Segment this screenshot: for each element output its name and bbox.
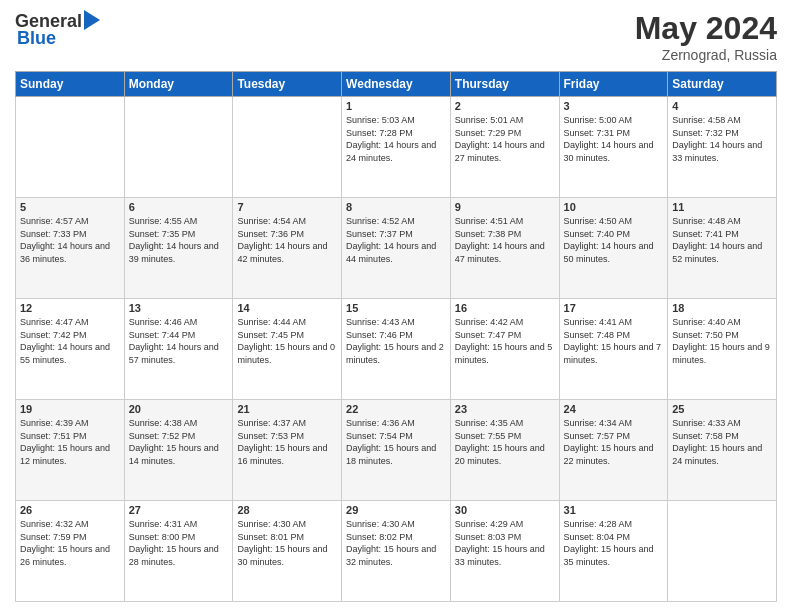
day-info: Sunrise: 4:30 AMSunset: 8:02 PMDaylight:…	[346, 518, 446, 568]
day-number: 2	[455, 100, 555, 112]
logo-triangle-icon	[84, 10, 100, 34]
calendar-cell	[668, 501, 777, 602]
week-row-4: 19Sunrise: 4:39 AMSunset: 7:51 PMDayligh…	[16, 400, 777, 501]
day-number: 17	[564, 302, 664, 314]
day-number: 27	[129, 504, 229, 516]
col-friday: Friday	[559, 72, 668, 97]
calendar-cell: 18Sunrise: 4:40 AMSunset: 7:50 PMDayligh…	[668, 299, 777, 400]
calendar-cell: 5Sunrise: 4:57 AMSunset: 7:33 PMDaylight…	[16, 198, 125, 299]
day-number: 26	[20, 504, 120, 516]
page: General Blue May 2024 Zernograd, Russia …	[0, 0, 792, 612]
calendar-cell: 22Sunrise: 4:36 AMSunset: 7:54 PMDayligh…	[342, 400, 451, 501]
day-info: Sunrise: 4:37 AMSunset: 7:53 PMDaylight:…	[237, 417, 337, 467]
day-number: 28	[237, 504, 337, 516]
day-info: Sunrise: 4:47 AMSunset: 7:42 PMDaylight:…	[20, 316, 120, 366]
calendar-cell: 20Sunrise: 4:38 AMSunset: 7:52 PMDayligh…	[124, 400, 233, 501]
day-number: 29	[346, 504, 446, 516]
day-info: Sunrise: 5:01 AMSunset: 7:29 PMDaylight:…	[455, 114, 555, 164]
calendar-title: May 2024	[635, 10, 777, 47]
day-info: Sunrise: 5:00 AMSunset: 7:31 PMDaylight:…	[564, 114, 664, 164]
day-number: 5	[20, 201, 120, 213]
week-row-2: 5Sunrise: 4:57 AMSunset: 7:33 PMDaylight…	[16, 198, 777, 299]
week-row-1: 1Sunrise: 5:03 AMSunset: 7:28 PMDaylight…	[16, 97, 777, 198]
calendar-cell: 3Sunrise: 5:00 AMSunset: 7:31 PMDaylight…	[559, 97, 668, 198]
day-number: 21	[237, 403, 337, 415]
day-number: 23	[455, 403, 555, 415]
day-number: 4	[672, 100, 772, 112]
calendar-table: Sunday Monday Tuesday Wednesday Thursday…	[15, 71, 777, 602]
col-saturday: Saturday	[668, 72, 777, 97]
day-number: 25	[672, 403, 772, 415]
calendar-cell: 10Sunrise: 4:50 AMSunset: 7:40 PMDayligh…	[559, 198, 668, 299]
calendar-cell	[16, 97, 125, 198]
day-number: 13	[129, 302, 229, 314]
calendar-cell	[124, 97, 233, 198]
calendar-cell: 31Sunrise: 4:28 AMSunset: 8:04 PMDayligh…	[559, 501, 668, 602]
day-number: 8	[346, 201, 446, 213]
calendar-cell: 8Sunrise: 4:52 AMSunset: 7:37 PMDaylight…	[342, 198, 451, 299]
day-number: 24	[564, 403, 664, 415]
day-number: 10	[564, 201, 664, 213]
calendar-cell: 30Sunrise: 4:29 AMSunset: 8:03 PMDayligh…	[450, 501, 559, 602]
calendar-cell: 14Sunrise: 4:44 AMSunset: 7:45 PMDayligh…	[233, 299, 342, 400]
day-info: Sunrise: 4:54 AMSunset: 7:36 PMDaylight:…	[237, 215, 337, 265]
calendar-cell: 1Sunrise: 5:03 AMSunset: 7:28 PMDaylight…	[342, 97, 451, 198]
day-number: 14	[237, 302, 337, 314]
day-number: 19	[20, 403, 120, 415]
day-info: Sunrise: 4:39 AMSunset: 7:51 PMDaylight:…	[20, 417, 120, 467]
day-info: Sunrise: 4:42 AMSunset: 7:47 PMDaylight:…	[455, 316, 555, 366]
day-info: Sunrise: 4:32 AMSunset: 7:59 PMDaylight:…	[20, 518, 120, 568]
day-info: Sunrise: 4:29 AMSunset: 8:03 PMDaylight:…	[455, 518, 555, 568]
calendar-cell: 16Sunrise: 4:42 AMSunset: 7:47 PMDayligh…	[450, 299, 559, 400]
calendar-cell: 13Sunrise: 4:46 AMSunset: 7:44 PMDayligh…	[124, 299, 233, 400]
logo-blue-text: Blue	[17, 28, 56, 49]
day-number: 12	[20, 302, 120, 314]
day-number: 11	[672, 201, 772, 213]
day-info: Sunrise: 4:30 AMSunset: 8:01 PMDaylight:…	[237, 518, 337, 568]
day-info: Sunrise: 4:34 AMSunset: 7:57 PMDaylight:…	[564, 417, 664, 467]
day-info: Sunrise: 4:55 AMSunset: 7:35 PMDaylight:…	[129, 215, 229, 265]
calendar-cell: 2Sunrise: 5:01 AMSunset: 7:29 PMDaylight…	[450, 97, 559, 198]
calendar-cell: 17Sunrise: 4:41 AMSunset: 7:48 PMDayligh…	[559, 299, 668, 400]
day-info: Sunrise: 4:50 AMSunset: 7:40 PMDaylight:…	[564, 215, 664, 265]
day-number: 1	[346, 100, 446, 112]
day-info: Sunrise: 4:46 AMSunset: 7:44 PMDaylight:…	[129, 316, 229, 366]
day-number: 9	[455, 201, 555, 213]
day-info: Sunrise: 4:52 AMSunset: 7:37 PMDaylight:…	[346, 215, 446, 265]
col-monday: Monday	[124, 72, 233, 97]
calendar-cell: 26Sunrise: 4:32 AMSunset: 7:59 PMDayligh…	[16, 501, 125, 602]
calendar-cell: 28Sunrise: 4:30 AMSunset: 8:01 PMDayligh…	[233, 501, 342, 602]
day-info: Sunrise: 4:36 AMSunset: 7:54 PMDaylight:…	[346, 417, 446, 467]
day-info: Sunrise: 4:35 AMSunset: 7:55 PMDaylight:…	[455, 417, 555, 467]
day-info: Sunrise: 4:48 AMSunset: 7:41 PMDaylight:…	[672, 215, 772, 265]
calendar-cell: 9Sunrise: 4:51 AMSunset: 7:38 PMDaylight…	[450, 198, 559, 299]
col-tuesday: Tuesday	[233, 72, 342, 97]
calendar-cell: 23Sunrise: 4:35 AMSunset: 7:55 PMDayligh…	[450, 400, 559, 501]
calendar-cell: 11Sunrise: 4:48 AMSunset: 7:41 PMDayligh…	[668, 198, 777, 299]
day-number: 6	[129, 201, 229, 213]
day-number: 30	[455, 504, 555, 516]
calendar-cell: 19Sunrise: 4:39 AMSunset: 7:51 PMDayligh…	[16, 400, 125, 501]
day-info: Sunrise: 4:31 AMSunset: 8:00 PMDaylight:…	[129, 518, 229, 568]
day-number: 20	[129, 403, 229, 415]
day-number: 15	[346, 302, 446, 314]
day-number: 31	[564, 504, 664, 516]
day-number: 16	[455, 302, 555, 314]
day-info: Sunrise: 4:38 AMSunset: 7:52 PMDaylight:…	[129, 417, 229, 467]
title-block: May 2024 Zernograd, Russia	[635, 10, 777, 63]
week-row-5: 26Sunrise: 4:32 AMSunset: 7:59 PMDayligh…	[16, 501, 777, 602]
day-number: 18	[672, 302, 772, 314]
logo: General Blue	[15, 10, 100, 49]
day-info: Sunrise: 4:44 AMSunset: 7:45 PMDaylight:…	[237, 316, 337, 366]
day-info: Sunrise: 4:43 AMSunset: 7:46 PMDaylight:…	[346, 316, 446, 366]
day-info: Sunrise: 4:40 AMSunset: 7:50 PMDaylight:…	[672, 316, 772, 366]
week-row-3: 12Sunrise: 4:47 AMSunset: 7:42 PMDayligh…	[16, 299, 777, 400]
day-number: 7	[237, 201, 337, 213]
day-info: Sunrise: 4:33 AMSunset: 7:58 PMDaylight:…	[672, 417, 772, 467]
day-number: 3	[564, 100, 664, 112]
col-thursday: Thursday	[450, 72, 559, 97]
calendar-location: Zernograd, Russia	[635, 47, 777, 63]
calendar-cell: 24Sunrise: 4:34 AMSunset: 7:57 PMDayligh…	[559, 400, 668, 501]
calendar-cell: 29Sunrise: 4:30 AMSunset: 8:02 PMDayligh…	[342, 501, 451, 602]
header: General Blue May 2024 Zernograd, Russia	[15, 10, 777, 63]
